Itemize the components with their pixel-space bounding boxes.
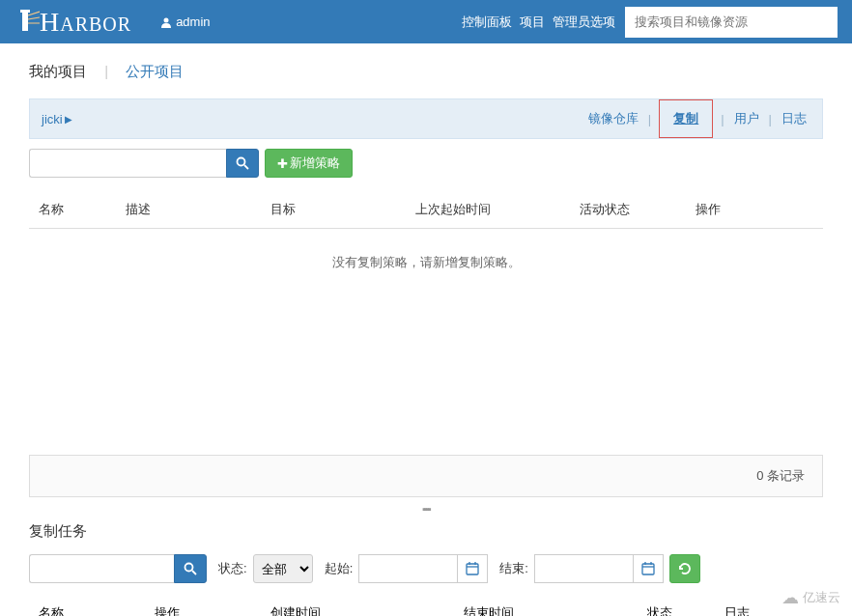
drag-handle-icon[interactable]: ▪▪▪▪ [29,503,823,515]
end-date-input[interactable] [534,554,633,583]
calendar-icon [466,562,479,575]
svg-point-2 [164,17,169,22]
nav-dashboard[interactable]: 控制面板 [462,14,512,31]
start-date-input[interactable] [358,554,457,583]
tab-public-projects[interactable]: 公开项目 [126,63,184,81]
tab-my-projects[interactable]: 我的项目 [29,63,87,81]
task-search-button[interactable] [174,554,207,583]
svg-rect-7 [467,564,478,574]
svg-line-6 [192,571,196,574]
svg-line-4 [244,165,248,169]
lighthouse-icon [14,8,40,37]
tab-repos[interactable]: 镜像仓库 [584,110,642,127]
user-icon [160,16,172,28]
task-search-input[interactable] [29,554,174,583]
svg-rect-0 [22,12,28,31]
refresh-icon [678,562,692,575]
caret-right-icon: ▶ [65,114,72,125]
global-search-input[interactable] [625,7,838,38]
cloud-icon: ☁ [781,587,799,608]
tab-logs[interactable]: 日志 [778,110,810,127]
end-date-picker-button[interactable] [633,554,664,583]
status-select[interactable]: 全部 [253,554,313,583]
calendar-icon [641,562,655,575]
policy-search-button[interactable] [226,149,259,178]
nav-admin[interactable]: 管理员选项 [553,14,615,31]
start-date-picker-button[interactable] [457,554,488,583]
tab-replication-active: 复制 [659,99,713,138]
end-label: 结束: [499,560,528,577]
breadcrumb-project[interactable]: jicki [42,112,63,126]
svg-rect-1 [20,10,30,13]
policy-search-input[interactable] [29,149,226,178]
tab-replication[interactable]: 复制 [669,111,702,126]
svg-point-3 [238,158,245,166]
svg-rect-11 [642,564,654,574]
search-icon [184,562,197,575]
status-label: 状态: [218,560,247,577]
refresh-button[interactable] [669,554,700,583]
start-label: 起始: [325,560,354,577]
tasks-section-title: 复制任务 [29,522,823,541]
policy-table-header: 名称 描述 目标 上次起始时间 活动状态 操作 [29,178,823,229]
plus-icon: ✚ [277,156,288,171]
task-table-header: 名称 操作 创建时间 结束时间 状态 日志 [29,583,823,616]
records-count: 0 条记录 [29,455,823,497]
watermark: ☁ 亿速云 [781,587,840,608]
add-policy-button[interactable]: ✚ 新增策略 [265,149,353,178]
separator: | [104,63,108,79]
search-icon [236,156,249,170]
user-menu[interactable]: admin [160,14,210,29]
tab-users[interactable]: 用户 [730,110,763,127]
harbor-logo[interactable]: HARBOR [14,7,131,38]
svg-point-5 [185,564,193,572]
nav-project[interactable]: 项目 [520,14,545,31]
policy-empty-message: 没有复制策略，请新增复制策略。 [29,229,823,310]
